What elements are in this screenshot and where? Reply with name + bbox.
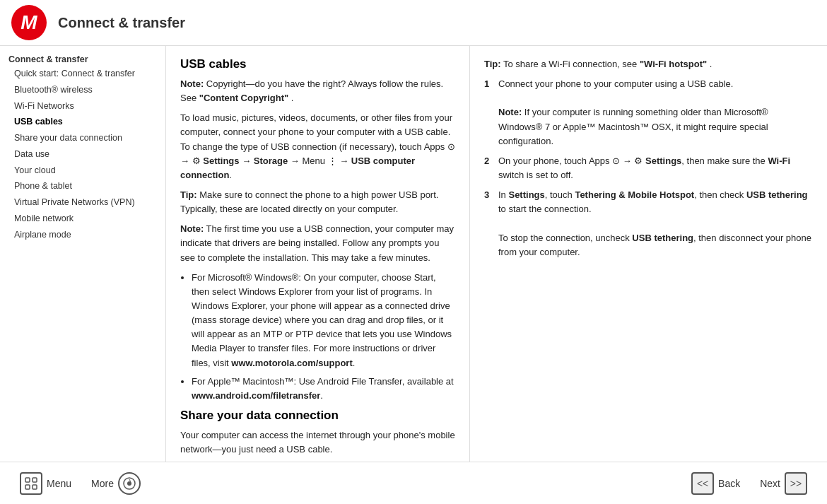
para2: Your computer can access the internet th… — [180, 428, 455, 457]
logo: M — [11, 5, 47, 40]
next-icon: >> — [785, 472, 807, 495]
next-label: Next — [760, 478, 780, 489]
sidebar-item-airplane[interactable]: Airplane mode — [6, 227, 165, 243]
svg-rect-2 — [25, 485, 30, 489]
menu-label: Menu — [47, 478, 71, 489]
sidebar-item-quickstart[interactable]: Quick start: Connect & transfer — [6, 66, 165, 82]
sidebar-item-vpn[interactable]: Virtual Private Networks (VPN) — [6, 194, 165, 211]
steps-list: 1 Connect your phone to your computer us… — [484, 77, 813, 259]
back-label: Back — [718, 478, 740, 489]
more-button[interactable]: More — [86, 469, 146, 498]
section1-title: USB cables — [180, 57, 455, 71]
tip-label: Tip: — [484, 59, 501, 69]
note1-label: Note: — [180, 78, 204, 89]
next-arrow: >> — [790, 478, 802, 489]
svg-rect-1 — [33, 478, 37, 482]
footer: Menu More << Back Next >> — [0, 462, 827, 504]
sidebar-item-bluetooth[interactable]: Bluetooth® wireless — [6, 82, 165, 98]
step1: 1 Connect your phone to your computer us… — [484, 77, 813, 148]
sidebar: Connect & transfer Quick start: Connect … — [0, 46, 166, 462]
note2-text: The first time you use a USB connection,… — [180, 223, 454, 262]
header: M Connect & transfer — [0, 0, 827, 46]
tip-paragraph: Tip: To share a Wi-Fi connection, see "W… — [484, 57, 813, 71]
step1-note-text: If your computer is running something ol… — [498, 107, 768, 146]
step3-stop-text: To stop the connection, uncheck USB teth… — [498, 233, 811, 257]
tip1-text: Make sure to connect the phone to a high… — [180, 189, 438, 214]
svg-rect-0 — [25, 478, 30, 482]
right-content: Tip: To share a Wi-Fi connection, see "W… — [470, 46, 827, 462]
footer-right: << Back Next >> — [686, 469, 813, 498]
sidebar-item-phone-tablet[interactable]: Phone & tablet — [6, 178, 165, 194]
bullet-list: For Microsoft® Windows®: On your compute… — [192, 271, 455, 403]
sidebar-item-cloud[interactable]: Your cloud — [6, 163, 165, 179]
menu-icon — [20, 472, 42, 495]
note1-paragraph: Note: Copyright—do you have the right? A… — [180, 77, 455, 105]
menu-button[interactable]: Menu — [14, 469, 77, 498]
back-arrow: << — [697, 478, 708, 489]
main-content: USB cables Note: Copyright—do you have t… — [166, 46, 470, 462]
step1-num: 1 — [484, 77, 489, 91]
more-label: More — [91, 478, 114, 489]
sidebar-item-data[interactable]: Data use — [6, 146, 165, 163]
tip-bold: "Wi-Fi hotspot" — [640, 59, 707, 69]
note1-bold: "Content Copyright" — [199, 93, 288, 103]
sidebar-section-title[interactable]: Connect & transfer — [6, 53, 165, 66]
step2-num: 2 — [484, 154, 489, 168]
sidebar-item-share[interactable]: Share your data connection — [6, 130, 165, 146]
main-layout: Connect & transfer Quick start: Connect … — [0, 46, 827, 462]
step3-num: 3 — [484, 188, 489, 202]
logo-letter: M — [20, 11, 37, 34]
note1-end: . — [291, 93, 294, 103]
back-button[interactable]: << Back — [686, 469, 746, 498]
tip1-paragraph: Tip: Make sure to connect the phone to a… — [180, 188, 455, 216]
step2: 2 On your phone, touch Apps ⊙ → ⚙ Settin… — [484, 154, 813, 182]
next-button[interactable]: Next >> — [754, 469, 813, 498]
sidebar-item-wifi[interactable]: Wi-Fi Networks — [6, 98, 165, 115]
tip-end: . — [710, 59, 712, 69]
sidebar-item-mobile[interactable]: Mobile network — [6, 211, 165, 227]
sidebar-item-usb[interactable]: USB cables — [6, 114, 165, 130]
tip1-label: Tip: — [180, 189, 197, 200]
note2-label: Note: — [180, 223, 204, 234]
step3: 3 In Settings, touch Tethering & Mobile … — [484, 188, 813, 259]
page-title: Connect & transfer — [58, 15, 185, 31]
step1-note-label: Note: — [498, 107, 522, 117]
section2-title: Share your data connection — [180, 409, 455, 423]
svg-rect-3 — [33, 485, 37, 489]
back-icon: << — [691, 472, 714, 495]
tip-text: To share a Wi-Fi connection, see — [503, 59, 640, 69]
note2-paragraph: Note: The first time you use a USB conne… — [180, 222, 455, 264]
footer-left: Menu More — [14, 469, 146, 498]
more-icon — [118, 472, 141, 495]
para1: To load music, pictures, videos, documen… — [180, 111, 455, 182]
bullet2: For Apple™ Macintosh™: Use Android File … — [192, 375, 455, 403]
bullet1: For Microsoft® Windows®: On your compute… — [192, 271, 455, 370]
